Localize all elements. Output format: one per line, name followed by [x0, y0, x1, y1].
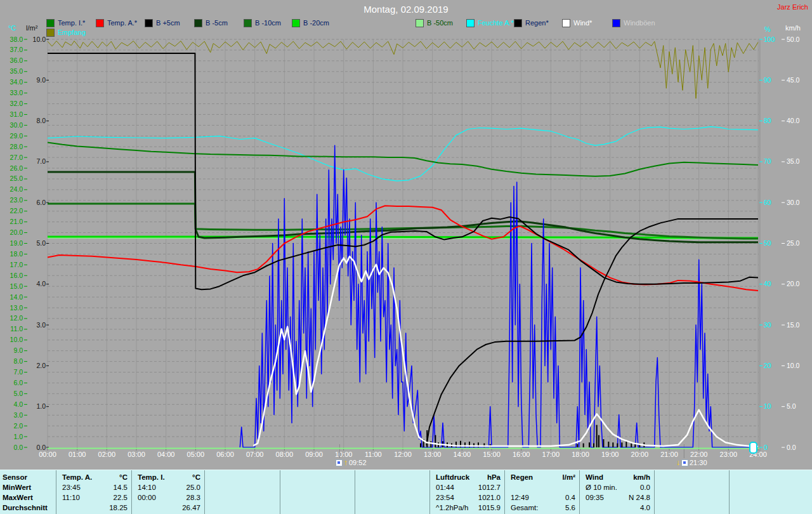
table-cell-time: ^1.2hPa/h — [430, 503, 468, 513]
axis-label-humidity: 20 — [764, 362, 771, 369]
axis-label-time: 08:00 — [276, 451, 294, 458]
axis-label-time: 07:00 — [246, 451, 264, 458]
axis-label-temp: 34.0 — [10, 78, 23, 86]
table-group-unit: l/m² — [563, 472, 579, 482]
axis-label-temp: 35.0 — [10, 67, 23, 75]
rain-bar — [464, 442, 466, 447]
table-cell-time — [205, 492, 211, 503]
table-cell-value: 4.0 — [640, 503, 654, 513]
axis-label-temp: 32.0 — [10, 100, 23, 107]
axis-label-time: 15:00 — [483, 451, 501, 458]
arrow-up-icon: ↑ — [344, 458, 348, 467]
table-group-unit: km/h — [633, 472, 654, 482]
table-cell-time — [355, 503, 361, 513]
table-group-empty — [280, 470, 355, 514]
rain-bar — [596, 425, 598, 447]
rain-bar — [593, 444, 594, 447]
axis-label-windspeed: 5.0 — [787, 402, 796, 410]
table-cell-value: 14.5 — [114, 482, 131, 492]
axis-label-temp: 22.0 — [10, 207, 23, 214]
axis-label-windspeed: 0.0 — [787, 444, 796, 451]
table-cell-time — [730, 482, 735, 492]
axis-label-rain: 3.0 — [36, 321, 46, 329]
axis-label-temp: 11.0 — [10, 325, 23, 333]
axis-label-humidity: 0 — [764, 444, 768, 451]
axis-label-temp: 30.0 — [10, 121, 23, 129]
axis-label-time: 04:00 — [157, 451, 175, 458]
axis-label-rain: 10.0 — [33, 36, 46, 43]
table-cell-value: 0.0 — [640, 482, 654, 492]
axis-label-temp: 7.0 — [13, 368, 23, 376]
axis-label-time: 16:00 — [513, 451, 530, 458]
axis-label-time: 12:00 — [394, 451, 412, 458]
table-cell-value: 25.0 — [187, 482, 204, 492]
axis-label-rain: 8.0 — [36, 117, 46, 124]
table-cell-time — [655, 492, 660, 503]
axis-label-temp: 0.0 — [13, 444, 23, 451]
table-cell-time: 11:10 — [56, 492, 80, 503]
axis-label-time: 03:00 — [128, 451, 145, 458]
axis-label-time: 20:00 — [631, 451, 649, 458]
axis-label-time: 09:00 — [305, 451, 323, 458]
axis-label-humidity: 10 — [764, 402, 771, 410]
axis-label-windspeed: 40.0 — [787, 117, 800, 124]
table-cell-value: 0.4 — [565, 492, 579, 503]
axis-label-temp: 20.0 — [10, 228, 23, 236]
axis-label-windspeed: 15.0 — [787, 321, 800, 329]
axis-label-temp: 36.0 — [10, 56, 23, 64]
axis-label-time: 19:00 — [601, 451, 619, 458]
axis-label-time: 06:00 — [216, 451, 234, 458]
time-marker-label: 21:30 — [690, 459, 707, 466]
axis-label-time: 10:00 — [335, 451, 353, 458]
table-cell-time: 14:10 — [132, 482, 156, 492]
axis-label-rain: 5.0 — [36, 239, 46, 247]
rain-bar — [577, 444, 578, 447]
table-row-label: MaxWert — [3, 492, 56, 503]
table-cell-time: Gesamt: — [505, 503, 538, 513]
axis-label-temp: 16.0 — [10, 272, 23, 279]
axis-label-rain: 0.0 — [36, 444, 46, 451]
table-group-Wind: Windkm/hØ 10 min.0.009:35N 24.84.0 — [579, 470, 654, 514]
rain-bar — [621, 442, 622, 447]
table-group-name: Wind — [580, 472, 603, 482]
time-marker-evening: ↓21:30 — [676, 458, 707, 467]
table-cell-time — [655, 482, 660, 492]
rain-bar — [589, 442, 590, 447]
arrow-down-icon: ↓ — [676, 458, 680, 467]
axis-label-rain: 9.0 — [36, 76, 46, 84]
chart-cursor[interactable] — [749, 442, 757, 454]
table-group-name: Temp. A. — [56, 472, 92, 482]
axis-label-temp: 38.0 — [10, 36, 23, 43]
table-cell-value: 18.25 — [109, 503, 131, 513]
table-cell-time — [280, 492, 286, 503]
rain-bar — [420, 444, 421, 447]
table-cell-value: 28.3 — [187, 492, 204, 503]
weather-event-icon — [681, 459, 688, 466]
table-group-name: Temp. I. — [132, 472, 165, 482]
axis-label-humidity: 40 — [764, 280, 771, 287]
axis-label-rain: 6.0 — [36, 199, 46, 206]
axis-label-temp: 31.0 — [10, 110, 23, 118]
table-cell-time — [355, 482, 361, 492]
table-group-empty — [729, 470, 812, 514]
table-cell-time: 00:00 — [132, 492, 156, 503]
table-group-Regen: Regenl/m²12:490.4Gesamt:5.6 — [504, 470, 579, 514]
table-group-name — [205, 472, 211, 482]
table-group-name: Luftdruck — [430, 472, 469, 482]
table-row-label: Durchschnitt — [3, 503, 56, 513]
table-cell-value: N 24.8 — [629, 492, 654, 503]
table-group-unit: °C — [119, 472, 131, 482]
table-group-Temp. A.: Temp. A.°C23:4514.511:1022.518.25 — [56, 470, 131, 514]
axis-label-rain: 2.0 — [36, 362, 46, 369]
axis-label-windspeed: 35.0 — [787, 157, 800, 165]
axis-label-windspeed: 45.0 — [787, 76, 800, 84]
table-cell-value: 1015.9 — [478, 503, 504, 513]
table-cell-value: 26.47 — [182, 503, 204, 513]
axis-label-rain: 4.0 — [36, 280, 46, 287]
axis-label-temp: 19.0 — [10, 239, 23, 247]
table-cell-time: 23:45 — [56, 482, 81, 492]
axis-label-temp: 33.0 — [10, 89, 23, 96]
weather-chart[interactable]: 0.01.02.03.04.05.06.07.08.09.010.011.012… — [0, 0, 812, 468]
axis-label-time: 00:00 — [39, 451, 56, 458]
weather-event-icon — [336, 459, 343, 466]
